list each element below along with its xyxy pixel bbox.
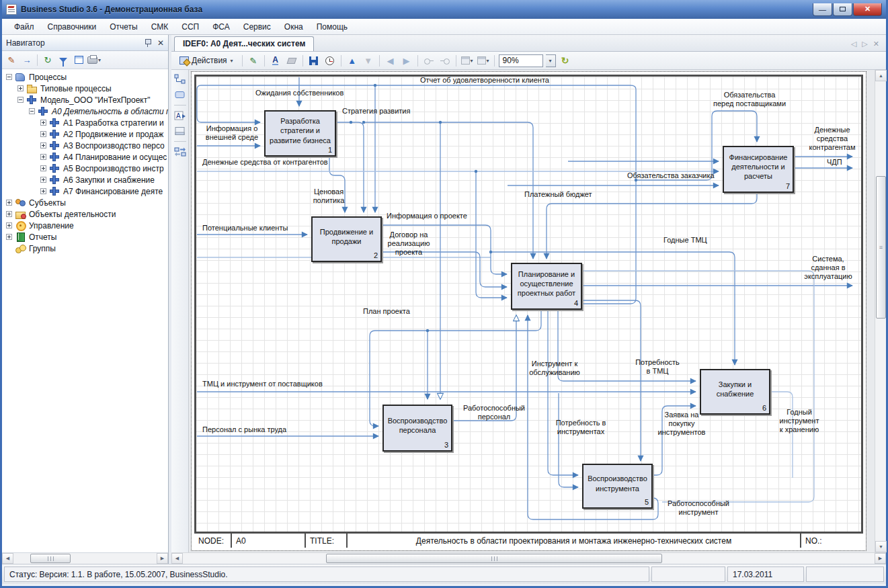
tree-item-management[interactable]: Управление — [2, 220, 168, 231]
tree-item-a4[interactable]: А4 Планирование и осущес — [2, 151, 168, 163]
diagram-canvas[interactable]: Отчет об удовлетворенности клиента Ожида… — [189, 70, 875, 552]
flow-label[interactable]: Работоспособный инструмент — [657, 499, 739, 517]
flow-label[interactable]: Персонал с рынка труда — [202, 425, 286, 434]
scroll-left-icon[interactable]: ◀ — [2, 553, 13, 564]
flow-label[interactable]: Платежный бюджет — [524, 190, 592, 199]
maximize-button[interactable] — [833, 3, 852, 16]
eraser-icon[interactable] — [285, 54, 298, 67]
back-icon[interactable]: ◀ — [384, 54, 397, 67]
diagram-sheet[interactable]: Отчет об удовлетворенности клиента Ожида… — [192, 72, 866, 550]
text-block-tool-icon[interactable]: A — [174, 110, 186, 121]
tree-item-subjects[interactable]: Субъекты — [2, 197, 168, 208]
menu-reports[interactable]: Отчеты — [103, 20, 144, 34]
window-next-icon[interactable]: ▾ — [477, 54, 490, 67]
go-parent-icon[interactable] — [422, 54, 436, 67]
flow-label[interactable]: Инструмент к обслуживанию — [522, 360, 587, 377]
scrollbar-thumb[interactable] — [326, 554, 662, 563]
tree-item-a3[interactable]: А3 Воспроизводство персо — [2, 140, 168, 151]
idef0-box-5[interactable]: Воспроизводство инструмента5 — [582, 464, 653, 509]
tree-item-processes[interactable]: Процессы — [2, 71, 168, 83]
connector-tool-icon[interactable] — [174, 74, 186, 85]
idef0-box-3[interactable]: Воспроизводство персонала3 — [382, 405, 452, 452]
forward-icon[interactable]: ▶ — [400, 54, 413, 67]
tree-item-groups[interactable]: Группы — [2, 243, 168, 254]
window-prev-icon[interactable]: ▾ — [460, 54, 474, 67]
tab-scroll-right-icon[interactable]: ▷ — [862, 40, 867, 48]
flow-label[interactable]: План проекта — [363, 307, 410, 316]
menu-windows[interactable]: Окна — [278, 20, 310, 34]
tree-item-reports[interactable]: Отчеты — [2, 231, 168, 243]
menu-file[interactable]: Файл — [7, 20, 41, 34]
flow-label[interactable]: Договор на реализацию проекта — [382, 230, 436, 257]
window-icon[interactable] — [72, 54, 85, 67]
flow-label[interactable]: Система, сданная в эксплуатацию — [794, 255, 862, 281]
frame-tool-icon[interactable] — [174, 126, 186, 136]
tree-item-a1[interactable]: А1 Разработка стратегии и — [2, 117, 168, 128]
filter-icon[interactable] — [56, 54, 70, 67]
tree-item-a6[interactable]: А6 Закупки и снабжение — [2, 174, 168, 185]
tree-item-model[interactable]: Модель_ООО "ИнТехПроект" — [2, 94, 168, 106]
flow-label[interactable]: Потребность в инструментах — [548, 419, 614, 436]
flow-label[interactable]: Потенциальные клиенты — [202, 224, 288, 233]
flow-label[interactable]: Обязательства перед поставщиками — [699, 91, 800, 108]
scroll-right-icon[interactable]: ▶ — [157, 553, 168, 564]
menu-service[interactable]: Сервис — [237, 20, 278, 34]
print-icon[interactable]: ▾ — [87, 54, 101, 67]
scrollbar-thumb[interactable]: ≡ — [876, 176, 886, 319]
scroll-up-icon[interactable]: ▲ — [875, 70, 887, 81]
tree-item-a0[interactable]: А0 Деятельность в области пр — [2, 106, 168, 117]
refresh-icon[interactable]: ↻ — [41, 54, 54, 67]
font-icon[interactable]: A — [269, 54, 282, 67]
navigator-hscrollbar[interactable]: ◀ ▶ — [2, 552, 168, 564]
idef0-box-2[interactable]: Продвижение и продажи2 — [311, 216, 382, 262]
tree-item-a2[interactable]: А2 Продвижение и продаж — [2, 128, 168, 140]
zoom-dropdown-icon[interactable]: ▾ — [546, 54, 556, 67]
idef0-box-4[interactable]: Планирование и осуществление проектных р… — [511, 263, 582, 310]
edit-icon[interactable]: ✎ — [5, 54, 18, 67]
scrollbar-thumb[interactable] — [30, 554, 71, 563]
flow-label[interactable]: Годный инструмент к хранению — [770, 408, 829, 434]
alarm-clock-icon[interactable] — [323, 54, 337, 67]
tree-item-typical-processes[interactable]: Типовые процессы — [2, 83, 168, 94]
go-child-icon[interactable] — [438, 54, 452, 67]
flow-label[interactable]: ТМЦ и инструмент от поставщиков — [202, 380, 323, 388]
edit-icon[interactable]: ✎ — [247, 54, 260, 67]
flow-label[interactable]: Обязательства заказчика — [627, 171, 715, 180]
sync-icon[interactable]: ↻ — [559, 54, 572, 67]
tab-close-icon[interactable]: ✕ — [873, 40, 879, 48]
canvas-hscrollbar[interactable]: ◀ ▶ — [171, 552, 886, 564]
swap-tool-icon[interactable] — [174, 146, 186, 157]
menu-help[interactable]: Помощь — [310, 20, 354, 34]
flow-label[interactable]: Потребность в ТМЦ — [629, 358, 686, 376]
zoom-input[interactable]: 90% — [499, 54, 543, 67]
close-button[interactable]: ✕ — [853, 3, 882, 16]
menu-fsa[interactable]: ФСА — [206, 20, 237, 34]
close-panel-icon[interactable]: ✕ — [157, 38, 164, 48]
tree-item-a7[interactable]: А7 Финансирование деяте — [2, 185, 168, 197]
pin-icon[interactable] — [144, 38, 152, 47]
tree-item-objects[interactable]: Объекты деятельности — [2, 208, 168, 220]
save-icon[interactable] — [307, 54, 321, 67]
menu-smk[interactable]: СМК — [145, 20, 175, 34]
flow-label[interactable]: Годные ТМЦ — [663, 236, 707, 245]
scroll-down-icon[interactable]: ▼ — [875, 541, 887, 552]
flow-label[interactable]: Отчет об удовлетворенности клиента — [420, 76, 549, 85]
idef0-box-7[interactable]: Финансирование деятельности и расчеты7 — [723, 146, 794, 193]
flow-label[interactable]: Ценовая политика — [307, 187, 350, 205]
flow-label[interactable]: Информация о внешней среде — [201, 124, 263, 142]
up-arrow-icon[interactable]: ▲ — [346, 54, 359, 67]
go-arrow-icon[interactable]: → — [20, 54, 34, 67]
menu-references[interactable]: Справочники — [41, 20, 104, 34]
canvas-vscrollbar[interactable]: ▲ ≡ ▼ — [875, 70, 886, 552]
actions-button[interactable]: Действия ▾ — [175, 54, 238, 67]
flow-label[interactable]: Денежные средства от контрагентов — [202, 158, 328, 167]
box-tool-icon[interactable] — [174, 89, 186, 100]
flow-label[interactable]: Работоспособный персонал — [454, 404, 534, 421]
idef0-box-1[interactable]: Разработка стратегии и развитие бизнеса1 — [264, 110, 336, 157]
menu-ssp[interactable]: ССП — [175, 20, 206, 34]
tree-item-a5[interactable]: А5 Воспроизводство инстр — [2, 163, 168, 174]
scroll-left-icon[interactable]: ◀ — [171, 553, 183, 564]
tab-idef0-a0[interactable]: IDEF0: A0 Деят...ческих систем — [174, 36, 314, 51]
flow-label[interactable]: Стратегия развития — [342, 107, 410, 116]
minimize-button[interactable]: — — [813, 3, 832, 16]
